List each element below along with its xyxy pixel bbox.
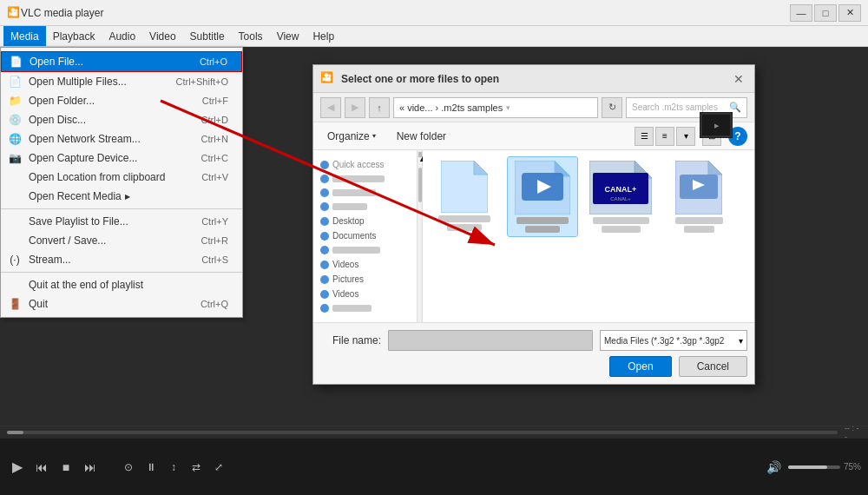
window-controls: — □ ✕ xyxy=(790,4,861,22)
new-folder-button[interactable]: New folder xyxy=(390,128,453,145)
menu-item-help[interactable]: Help xyxy=(306,26,341,46)
filename-row: File name: Media Files (*.3g2 *.3gp *.3g… xyxy=(320,330,747,351)
file-grid: CANAL+ CANAL+ xyxy=(423,150,754,322)
dialog-sidebar: Quick access Desktop xyxy=(313,150,418,322)
sidebar-quick-access[interactable]: Quick access xyxy=(313,157,417,172)
file-item-2[interactable] xyxy=(508,157,577,236)
convert-icon xyxy=(8,234,22,248)
separator-1 xyxy=(1,208,242,209)
sidebar-item-1[interactable] xyxy=(313,172,417,186)
loop-button[interactable]: ⊙ xyxy=(118,457,139,478)
menu-stream[interactable]: (·) Stream... Ctrl+S xyxy=(1,250,242,269)
more-icon xyxy=(320,304,329,313)
sidebar-icon-4 xyxy=(320,246,329,254)
menu-item-media[interactable]: Media xyxy=(3,26,46,46)
open-disc-icon: 💿 xyxy=(8,113,22,127)
menu-recent-media[interactable]: Open Recent Media xyxy=(1,187,242,206)
quick-access-icon xyxy=(320,161,329,169)
dialog-title: Select one or more files to open xyxy=(341,73,730,85)
open-file-icon: 📄 xyxy=(9,55,23,69)
sidebar-pictures[interactable]: Pictures xyxy=(313,272,417,287)
sidebar-item-4[interactable] xyxy=(313,243,417,257)
close-button[interactable]: ✕ xyxy=(838,4,861,22)
cancel-button[interactable]: Cancel xyxy=(679,356,747,377)
volume-label: 75% xyxy=(844,462,861,472)
menu-open-clipboard[interactable]: Open Location from clipboard Ctrl+V xyxy=(1,168,242,187)
menu-open-network[interactable]: 🌐 Open Network Stream... Ctrl+N xyxy=(1,129,242,148)
documents-icon xyxy=(320,232,329,241)
dialog-close-button[interactable]: ✕ xyxy=(730,70,747,88)
main-content: 📄 Open File... Ctrl+O 📄 Open Multiple Fi… xyxy=(0,47,868,426)
file-item-3[interactable] xyxy=(664,157,733,236)
open-folder-icon: 📁 xyxy=(8,94,22,108)
file-item-canal[interactable]: CANAL+ CANAL+ xyxy=(586,157,655,236)
sidebar-videos[interactable]: Videos xyxy=(313,257,417,272)
sidebar-item-2[interactable] xyxy=(313,186,417,200)
desktop-icon xyxy=(320,217,329,226)
file-item-1[interactable] xyxy=(430,157,499,236)
menu-quit[interactable]: 🚪 Quit Ctrl+Q xyxy=(1,294,242,314)
svg-text:CANAL+: CANAL+ xyxy=(605,185,637,194)
menu-item-video[interactable]: Video xyxy=(142,26,182,46)
menu-item-playback[interactable]: Playback xyxy=(46,26,102,46)
svg-marker-1 xyxy=(474,161,488,175)
menu-open-multiple[interactable]: 📄 Open Multiple Files... Ctrl+Shift+O xyxy=(1,72,242,91)
dialog-bottom: File name: Media Files (*.3g2 *.3gp *.3g… xyxy=(313,322,754,384)
stream-icon: (·) xyxy=(8,253,22,267)
minimize-button[interactable]: — xyxy=(790,4,812,22)
prev-button[interactable]: ⏮ xyxy=(31,457,52,478)
file-icon-canal: CANAL+ CANAL+ xyxy=(589,161,652,214)
extra-controls: ⊙ ⏸ ↕ ⇄ ⤢ xyxy=(118,457,229,478)
menu-item-tools[interactable]: Tools xyxy=(232,26,270,46)
menu-convert[interactable]: Convert / Save... Ctrl+R xyxy=(1,231,242,250)
shuffle-button[interactable]: ↕ xyxy=(163,457,184,478)
sidebar-desktop[interactable]: Desktop xyxy=(313,214,417,228)
filename-input[interactable] xyxy=(388,330,593,351)
repeat-button[interactable]: ⇄ xyxy=(186,457,207,478)
random-button[interactable]: ⤢ xyxy=(208,457,229,478)
organize-button[interactable]: Organize ▾ xyxy=(320,128,383,145)
open-button[interactable]: Open xyxy=(609,356,671,377)
nav-back-button[interactable]: ◀ xyxy=(320,97,341,118)
view-details-button[interactable]: ≡ xyxy=(655,127,674,146)
menu-item-view[interactable]: View xyxy=(270,26,306,46)
menu-open-folder[interactable]: 📁 Open Folder... Ctrl+F xyxy=(1,91,242,110)
nav-refresh-button[interactable]: ↻ xyxy=(602,97,622,118)
volume-bar[interactable] xyxy=(788,465,840,469)
filetype-dropdown[interactable]: Media Files (*.3g2 *.3gp *.3gp2 ▾ xyxy=(600,330,747,351)
menu-item-subtitle[interactable]: Subtitle xyxy=(183,26,232,46)
play-button[interactable]: ▶ xyxy=(7,457,28,478)
menu-open-capture[interactable]: 📷 Open Capture Device... Ctrl+C xyxy=(1,148,242,168)
recent-icon xyxy=(8,189,22,203)
menu-save-playlist[interactable]: Save Playlist to File... Ctrl+Y xyxy=(1,212,242,231)
mute-button[interactable]: 🔊 xyxy=(764,457,785,478)
frame-button[interactable]: ⏸ xyxy=(141,457,161,478)
nav-forward-button[interactable]: ▶ xyxy=(345,97,365,118)
sidebar-more[interactable] xyxy=(313,301,417,315)
sidebar-videos-2[interactable]: Videos xyxy=(313,287,417,301)
maximize-button[interactable]: □ xyxy=(814,4,837,22)
menu-open-file[interactable]: 📄 Open File... Ctrl+O xyxy=(1,51,242,72)
file-icon-generic-1 xyxy=(441,161,488,213)
view-list-button[interactable]: ☰ xyxy=(635,127,654,146)
open-multiple-icon: 📄 xyxy=(8,75,22,89)
menu-quit-end[interactable]: Quit at the end of playlist xyxy=(1,275,242,294)
save-icon xyxy=(8,214,22,228)
window-title: VLC media player xyxy=(21,7,790,19)
dialog-content-area: Quick access Desktop xyxy=(313,150,754,322)
menu-item-audio[interactable]: Audio xyxy=(102,26,142,46)
sidebar-item-3[interactable] xyxy=(313,200,417,214)
menu-open-disc[interactable]: 💿 Open Disc... Ctrl+D xyxy=(1,110,242,129)
progress-track[interactable] xyxy=(7,431,838,434)
progress-fill xyxy=(7,431,23,434)
next-button[interactable]: ⏭ xyxy=(80,457,101,478)
file-icon-video-1 xyxy=(515,161,570,214)
nav-breadcrumb[interactable]: « vide... › .m2ts samples ▾ xyxy=(393,97,598,118)
stop-button[interactable]: ■ xyxy=(56,457,76,478)
quit-end-icon xyxy=(8,278,22,292)
nav-up-button[interactable]: ↑ xyxy=(369,97,390,118)
sidebar-icon-2 xyxy=(320,188,329,197)
filename-label: File name: xyxy=(320,334,381,346)
svg-text:CANAL+: CANAL+ xyxy=(610,196,631,201)
sidebar-documents[interactable]: Documents xyxy=(313,228,417,243)
